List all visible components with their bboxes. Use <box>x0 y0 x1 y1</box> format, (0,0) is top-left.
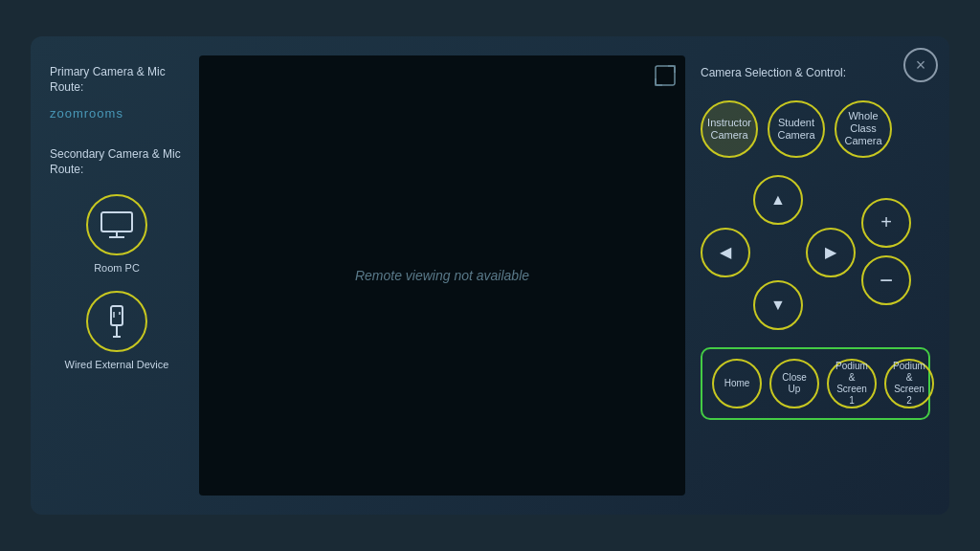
expand-icon[interactable] <box>655 65 676 91</box>
preset-podium1-button[interactable]: Podium & Screen 1 <box>827 359 877 408</box>
camera-section-title: Camera Selection & Control: <box>701 65 930 81</box>
ptz-up-button[interactable]: ▲ <box>753 175 803 225</box>
whole-class-camera-label: Whole Class Camera <box>842 110 884 148</box>
preset-closeup-label: Close Up <box>775 372 813 395</box>
video-panel: Remote viewing not available <box>199 55 685 496</box>
wired-device-circle <box>86 291 147 352</box>
ptz-empty-tl <box>701 175 750 225</box>
close-button[interactable]: × <box>903 48 938 82</box>
camera-selection-row: Instructor Camera Student Camera Whole C… <box>701 100 930 158</box>
svg-rect-8 <box>656 66 675 85</box>
monitor-icon <box>100 210 134 239</box>
zoom-out-button[interactable]: − <box>861 255 911 305</box>
instructor-camera-label: Instructor Camera <box>707 117 751 142</box>
svg-rect-3 <box>111 306 122 325</box>
preset-podium2-label: Podium & Screen 2 <box>890 361 928 407</box>
preset-podium2-circle: Podium & Screen 2 <box>884 359 934 408</box>
ptz-empty-bl <box>701 280 750 330</box>
preset-podium2-button[interactable]: Podium & Screen 2 <box>884 359 934 408</box>
preset-buttons-container: Home Close Up Podium & Screen 1 Podium &… <box>701 347 930 420</box>
ptz-center-empty <box>753 228 803 277</box>
preset-closeup-circle: Close Up <box>769 359 819 408</box>
zoom-in-button[interactable]: + <box>861 198 911 248</box>
student-camera-circle: Student Camera <box>768 100 825 158</box>
wired-device-button[interactable]: Wired External Device <box>50 291 184 371</box>
main-container: × Primary Camera & Mic Route: zoomrooms … <box>31 36 949 515</box>
ptz-empty-br <box>806 280 856 330</box>
zoom-controls: + − <box>861 198 911 305</box>
ptz-right-button[interactable]: ▶ <box>806 228 856 277</box>
student-camera-label: Student Camera <box>775 117 817 142</box>
wired-device-label: Wired External Device <box>65 358 169 371</box>
left-panel: Primary Camera & Mic Route: zoomrooms Se… <box>50 55 184 496</box>
student-camera-button[interactable]: Student Camera <box>768 100 825 158</box>
preset-home-button[interactable]: Home <box>712 359 762 408</box>
preset-podium1-label: Podium & Screen 1 <box>833 361 871 407</box>
video-message: Remote viewing not available <box>355 268 529 283</box>
ptz-empty-tr <box>806 175 856 225</box>
ptz-left-button[interactable]: ◀ <box>701 228 750 277</box>
whole-class-camera-button[interactable]: Whole Class Camera <box>835 100 892 158</box>
preset-podium1-circle: Podium & Screen 1 <box>827 359 877 408</box>
ptz-direction-grid: ▲ ◀ ▶ ▼ <box>701 175 854 328</box>
preset-home-circle: Home <box>712 359 762 408</box>
preset-home-label: Home <box>724 378 750 389</box>
instructor-camera-circle: Instructor Camera <box>701 100 758 158</box>
close-icon: × <box>916 55 926 76</box>
zoom-rooms-logo: zoomrooms <box>50 106 184 121</box>
room-pc-circle <box>86 194 147 255</box>
preset-closeup-button[interactable]: Close Up <box>769 359 819 408</box>
ptz-controls: ▲ ◀ ▶ ▼ + − <box>701 175 930 328</box>
primary-route-label: Primary Camera & Mic Route: <box>50 65 184 95</box>
whole-class-camera-circle: Whole Class Camera <box>835 100 892 158</box>
secondary-route-label: Secondary Camera & Mic Route: <box>50 147 184 177</box>
room-pc-button[interactable]: Room PC <box>50 194 184 275</box>
right-panel: Camera Selection & Control: Instructor C… <box>701 55 930 496</box>
ptz-down-button[interactable]: ▼ <box>753 280 803 330</box>
usb-icon <box>103 304 130 339</box>
svg-rect-0 <box>101 212 132 231</box>
room-pc-label: Room PC <box>94 261 140 275</box>
instructor-camera-button[interactable]: Instructor Camera <box>701 100 758 158</box>
